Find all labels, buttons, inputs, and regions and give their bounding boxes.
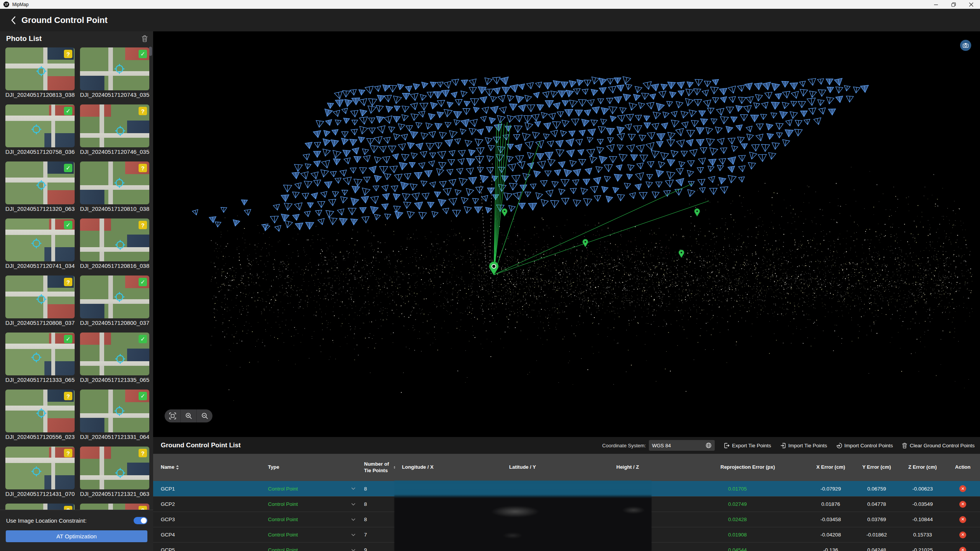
photo-filename: DJI_20240517120810_0382... (80, 205, 149, 212)
minimize-icon (934, 2, 938, 7)
gcp-y-error: 0.03769 (854, 512, 900, 527)
sort-icon[interactable] (394, 465, 395, 470)
photo-list-item[interactable]: ? DJI_20240517120810_0382... (80, 161, 149, 213)
photo-thumbnail[interactable]: ? (5, 47, 75, 90)
image-location-constraint-toggle[interactable] (134, 517, 147, 524)
photo-list-item[interactable]: ✓ DJI_20240517121335_0652... (80, 333, 149, 384)
gcp-type-dropdown[interactable]: Control Point (260, 512, 362, 527)
photo-filename: DJI_20240517120743_0351... (80, 91, 149, 98)
photo-list-item[interactable]: ? (80, 504, 149, 510)
gcp-crosshair-icon (31, 238, 42, 249)
clear-gcp-button[interactable]: Clear Ground Control Points (902, 443, 975, 448)
minimize-button[interactable] (927, 0, 945, 9)
fit-view-button[interactable] (165, 409, 180, 422)
column-header-name[interactable]: Name (153, 454, 260, 481)
photo-list-item[interactable]: ? DJI_20240517120556_0237... (5, 390, 75, 441)
photo-thumbnail[interactable]: ? (80, 104, 149, 147)
photo-thumbnail[interactable]: ? (80, 504, 149, 510)
import-control-points-button[interactable]: Import Control Points (836, 443, 893, 448)
column-header-z_err: Z Error (cm) (900, 454, 946, 481)
photo-list-item[interactable]: ✓ DJI_20240517120743_0351... (80, 47, 149, 99)
photo-filename: DJI_20240517120741_0348... (5, 262, 75, 269)
restore-button[interactable] (945, 0, 962, 9)
photo-thumbnail[interactable]: ? (5, 504, 75, 510)
import-tie-points-button[interactable]: Import Tie Points (780, 443, 827, 448)
photo-list-item[interactable]: ? DJI_20240517120816_0389... (80, 218, 149, 270)
window-titlebar: MipMap (0, 0, 980, 9)
photo-status-badge: ? (139, 449, 147, 457)
gcp-tie-points: 8 (362, 497, 396, 512)
delete-gcp-button[interactable]: ✕ (959, 485, 966, 492)
photo-thumbnail[interactable]: ✓ (5, 161, 75, 204)
chevron-down-icon (351, 518, 356, 521)
delete-gcp-button[interactable]: ✕ (959, 547, 966, 551)
gcp-type-dropdown[interactable]: Control Point (260, 543, 362, 551)
photo-thumbnail[interactable]: ✓ (5, 104, 75, 147)
gcp-table-controls: Coordinate System: WGS 84 Export Tie Poi… (602, 440, 975, 451)
photo-list-item[interactable]: ✓ DJI_20240517121331_0648... (80, 390, 149, 441)
import-control-points-label: Import Control Points (844, 443, 893, 448)
gcp-x-error: -0.136 (808, 543, 854, 551)
column-header-tie_points[interactable]: Number of Tie Points (362, 454, 396, 481)
photo-filename: DJI_20240517121321_0635... (80, 491, 149, 497)
photo-list-item[interactable]: ✓ DJI_20240517120758_0368... (5, 104, 75, 156)
photo-list-item[interactable]: ✓ DJI_20240517120800_0371... (80, 276, 149, 327)
close-button[interactable] (962, 0, 980, 9)
photo-status-badge: ? (64, 449, 72, 457)
gcp-reprojection-error: 0.04544 (716, 543, 808, 551)
photo-thumbnail[interactable]: ? (5, 390, 75, 432)
photo-thumbnail[interactable]: ✓ (80, 390, 149, 432)
back-button[interactable] (8, 15, 18, 25)
sort-icon[interactable] (176, 465, 179, 470)
photo-thumbnail[interactable]: ? (5, 276, 75, 318)
photo-list-item[interactable]: ✓ DJI_20240517121320_0634... (5, 161, 75, 213)
photo-thumbnail[interactable]: ✓ (5, 333, 75, 375)
screenshot-button[interactable] (960, 40, 971, 51)
photo-list-item[interactable]: ? DJI_20240517120813_0385... (5, 47, 75, 99)
photo-list-item[interactable]: ? DJI_20240517120808_0379... (5, 276, 75, 327)
gcp-type-dropdown[interactable]: Control Point (260, 497, 362, 512)
gcp-type-dropdown[interactable]: Control Point (260, 481, 362, 496)
zoom-in-button[interactable] (180, 409, 196, 422)
photo-thumbnail[interactable]: ? (80, 447, 149, 489)
photo-list-item[interactable]: ? (5, 504, 75, 510)
gcp-action: ✕ (946, 512, 980, 527)
gcp-crosshair-icon (114, 291, 125, 303)
chevron-down-icon (351, 487, 356, 490)
page-header: Ground Control Point (0, 9, 980, 31)
photo-filename: DJI_20240517120800_0371... (80, 320, 149, 326)
gcp-action: ✕ (946, 497, 980, 512)
photo-thumbnail[interactable]: ? (80, 161, 149, 204)
photo-thumbnail[interactable]: ? (5, 447, 75, 489)
point-cloud-canvas[interactable] (153, 31, 980, 437)
photo-list-item[interactable]: ? DJI_20240517121321_0635... (80, 447, 149, 498)
delete-gcp-button[interactable]: ✕ (959, 531, 966, 538)
gcp-type-dropdown[interactable]: Control Point (260, 527, 362, 542)
photo-thumbnail[interactable]: ✓ (80, 276, 149, 318)
photo-thumbnail[interactable]: ✓ (80, 47, 149, 90)
export-tie-points-button[interactable]: Export Tie Points (724, 443, 771, 448)
coordinate-system-input[interactable]: WGS 84 (649, 440, 715, 451)
photo-thumbnail[interactable]: ? (80, 218, 149, 261)
photo-thumbnail[interactable]: ✓ (80, 333, 149, 375)
photo-list-item[interactable]: ✓ DJI_20240517120741_0348... (5, 218, 75, 270)
gcp-name: GCP1 (153, 481, 260, 496)
zoom-out-button[interactable] (196, 409, 212, 422)
photo-thumbnail[interactable]: ✓ (5, 218, 75, 261)
photo-list-item[interactable]: ✓ DJI_20240517121333_0650... (5, 333, 75, 384)
photo-status-badge: ? (64, 278, 72, 286)
gcp-table-title: Ground Control Point List (161, 442, 241, 449)
delete-photos-button[interactable] (142, 35, 148, 42)
trash-icon (902, 443, 907, 448)
clear-gcp-label: Clear Ground Control Points (910, 443, 975, 448)
photo-list-item[interactable]: ? DJI_20240517121431_0708... (5, 447, 75, 498)
photo-filename: DJI_20240517121335_0652... (80, 377, 149, 383)
photo-list: ? DJI_20240517120813_0385... ✓ DJI_20240… (0, 46, 153, 510)
photo-list-item[interactable]: ? DJI_20240517120746_0354... (80, 104, 149, 156)
delete-gcp-button[interactable]: ✕ (959, 501, 966, 508)
photo-filename: DJI_20240517120808_0379... (5, 320, 75, 326)
at-optimization-button[interactable]: AT Optimization (6, 530, 147, 542)
gcp-z-error: -0.03549 (900, 497, 946, 512)
delete-gcp-button[interactable]: ✕ (959, 516, 966, 523)
gcp-crosshair-icon (114, 405, 125, 417)
